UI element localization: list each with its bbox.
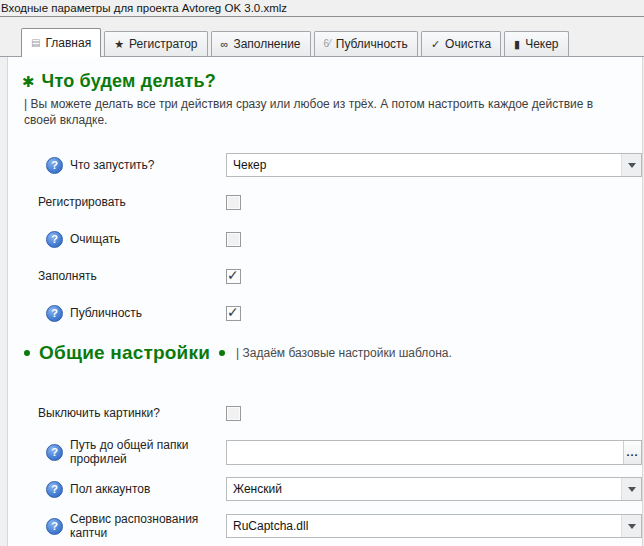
what-to-run-dropdown[interactable]: Чекер xyxy=(226,153,642,177)
tab-publichnost[interactable]: 6⁄ Публичность xyxy=(314,31,418,56)
infinity-icon: ∞ xyxy=(221,39,229,50)
tab-cheker[interactable]: ▮ Чекер xyxy=(504,31,568,56)
section-actions-subtitle: | Вы можете делать все три действия сраз… xyxy=(24,97,620,128)
star-icon: ★ xyxy=(114,39,124,50)
chevron-down-icon xyxy=(628,524,636,529)
section-actions-title: Что будем делать? xyxy=(42,71,216,92)
chevron-down-icon xyxy=(628,487,636,492)
help-icon[interactable]: ? xyxy=(46,157,63,174)
row-disable-images: Выключить картинки? xyxy=(22,401,642,425)
captcha-service-dropdown-button[interactable] xyxy=(621,515,641,537)
section-general-header: Общие настройки | Задаём базовые настрой… xyxy=(24,338,642,368)
checkmark-icon: ✓ xyxy=(431,39,440,50)
glasses-icon: 6⁄ xyxy=(324,39,331,49)
captcha-service-dropdown[interactable]: RuCaptcha.dll xyxy=(226,514,642,538)
gender-label: Пол аккаунтов xyxy=(70,482,150,496)
row-gender: ? Пол аккаунтов Женский xyxy=(22,477,642,501)
help-icon[interactable]: ? xyxy=(46,444,63,461)
grid-icon: ▤ xyxy=(31,38,40,48)
row-profiles-path: ? Путь до общей папки профилей ... xyxy=(22,438,642,466)
tab-zapolnenie[interactable]: ∞ Заполнение xyxy=(211,31,311,56)
green-star-icon: ✱ xyxy=(22,74,35,89)
green-bullet-icon xyxy=(219,350,225,356)
publicity-label: Публичность xyxy=(70,306,142,320)
row-what-to-run: ? Что запустить? Чекер xyxy=(22,153,642,177)
tab-strip: ▤ Главная ★ Регистратор ∞ Заполнение 6⁄ … xyxy=(0,17,644,57)
section-actions-header: ✱ Что будем делать? xyxy=(22,71,642,92)
tab-publichnost-label: Публичность xyxy=(336,37,408,51)
register-label: Регистрировать xyxy=(38,195,126,209)
tab-registrator[interactable]: ★ Регистратор xyxy=(104,31,207,56)
profiles-path-input[interactable] xyxy=(227,441,623,464)
row-fill: Заполнять xyxy=(22,264,642,288)
book-icon: ▮ xyxy=(514,39,520,50)
help-icon[interactable]: ? xyxy=(46,305,63,322)
captcha-service-value: RuCaptcha.dll xyxy=(227,515,621,537)
gender-dropdown-button[interactable] xyxy=(621,478,641,500)
row-clean: ? Очищать xyxy=(22,227,642,251)
what-to-run-dropdown-button[interactable] xyxy=(621,154,641,176)
settings-form: ? Что запустить? Чекер Регистрировать ? xyxy=(22,153,642,540)
tab-cheker-label: Чекер xyxy=(525,37,558,51)
tab-registrator-label: Регистратор xyxy=(129,37,198,51)
tab-main-label: Главная xyxy=(45,36,91,50)
fill-label: Заполнять xyxy=(38,269,97,283)
help-icon[interactable]: ? xyxy=(46,481,63,498)
captcha-service-label: Сервис распознования каптчи xyxy=(70,512,226,540)
row-publicity: ? Публичность xyxy=(22,301,642,325)
disable-images-checkbox[interactable] xyxy=(226,406,241,421)
tab-main[interactable]: ▤ Главная xyxy=(21,28,101,57)
disable-images-label: Выключить картинки? xyxy=(38,406,160,420)
profiles-path-label: Путь до общей папки профилей xyxy=(70,438,220,466)
what-to-run-label: Что запустить? xyxy=(70,158,155,172)
row-register: Регистрировать xyxy=(22,190,642,214)
green-bullet-icon xyxy=(24,350,30,356)
window-title: Входные параметры для проекта Avtoreg OK… xyxy=(0,0,644,17)
browse-button[interactable]: ... xyxy=(623,441,641,464)
gender-dropdown[interactable]: Женский xyxy=(226,477,642,501)
tab-zapolnenie-label: Заполнение xyxy=(233,37,300,51)
help-icon[interactable]: ? xyxy=(46,518,63,535)
register-checkbox[interactable] xyxy=(226,195,241,210)
row-captcha-service: ? Сервис распознования каптчи RuCaptcha.… xyxy=(22,512,642,540)
gender-value: Женский xyxy=(227,478,621,500)
section-general-subtitle: | Задаём базовые настройки шаблона. xyxy=(236,346,452,360)
fill-checkbox[interactable] xyxy=(226,269,241,284)
profiles-path-field: ... xyxy=(226,440,642,465)
what-to-run-value: Чекер xyxy=(227,154,621,176)
chevron-down-icon xyxy=(628,163,636,168)
tab-page-main: ✱ Что будем делать? | Вы можете делать в… xyxy=(7,57,643,546)
publicity-checkbox[interactable] xyxy=(226,306,241,321)
section-general-title: Общие настройки xyxy=(39,342,210,364)
clean-label: Очищать xyxy=(70,232,120,246)
clean-checkbox[interactable] xyxy=(226,232,241,247)
tab-ochistka-label: Очистка xyxy=(445,37,491,51)
tab-ochistka[interactable]: ✓ Очистка xyxy=(421,31,501,56)
help-icon[interactable]: ? xyxy=(46,231,63,248)
